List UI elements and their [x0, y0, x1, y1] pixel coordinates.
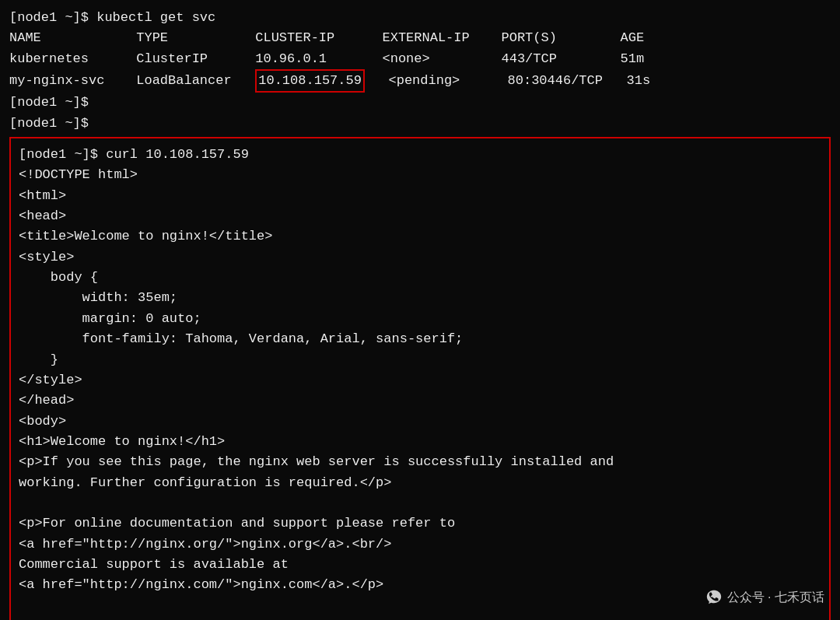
p-installed-line: <p>If you see this page, the nginx web s… [19, 452, 821, 472]
head-close: </head> [19, 391, 821, 411]
table-header-line: NAME TYPE CLUSTER-IP EXTERNAL-IP PORT(S)… [9, 28, 831, 48]
terminal: [node1 ~]$ kubectl get svc NAME TYPE CLU… [0, 0, 840, 620]
curl-output-section: [node1 ~]$ curl 10.108.157.59 <!DOCTYPE … [9, 137, 831, 620]
top-section: [node1 ~]$ kubectl get svc NAME TYPE CLU… [9, 8, 831, 134]
close-brace: } [19, 350, 821, 370]
width-prop: width: 35em; [19, 288, 821, 308]
title-line: <title>Welcome to nginx!</title> [19, 226, 821, 247]
p-working-line: working. Further configuration is requir… [19, 473, 821, 493]
style-open: <style> [19, 247, 821, 268]
empty-line-1 [19, 493, 821, 513]
watermark-text: 公众号 · 七禾页话 [727, 590, 824, 606]
doctype-line: <!DOCTYPE html> [19, 165, 821, 185]
a-nginx-org: <a href="http://nginx.org/">nginx.org</a… [19, 534, 821, 555]
style-close: </style> [19, 370, 821, 391]
empty-prompt-2: [node1 ~]$ [9, 114, 831, 134]
p-thank-you: <p><em>Thank you for using nginx.</em></… [19, 616, 821, 620]
command-line-1: [node1 ~]$ kubectl get svc [9, 8, 831, 28]
empty-prompt-1: [node1 ~]$ [9, 93, 831, 113]
watermark: 公众号 · 七禾页话 [705, 589, 824, 606]
a-nginx-com: <a href="http://nginx.com/">nginx.com</a… [19, 575, 821, 595]
body-open: <body> [19, 412, 821, 432]
p-docs-line: <p>For online documentation and support … [19, 513, 821, 534]
nginx-svc-row: my-nginx-svc LoadBalancer 10.108.157.59 … [9, 69, 831, 93]
commercial-support: Commercial support is available at [19, 555, 821, 575]
h1-line: <h1>Welcome to nginx!</h1> [19, 432, 821, 452]
html-open: <html> [19, 186, 821, 206]
empty-line-2 [19, 596, 821, 616]
wechat-icon [705, 589, 723, 606]
body-selector: body { [19, 268, 821, 288]
cluster-ip-highlight: 10.108.157.59 [255, 69, 365, 93]
curl-command: [node1 ~]$ curl 10.108.157.59 [19, 145, 821, 165]
font-family-prop: font-family: Tahoma, Verdana, Arial, san… [19, 329, 821, 349]
margin-prop: margin: 0 auto; [19, 309, 821, 329]
head-open: <head> [19, 206, 821, 226]
kubernetes-row: kubernetes ClusterIP 10.96.0.1 <none> 44… [9, 49, 831, 69]
